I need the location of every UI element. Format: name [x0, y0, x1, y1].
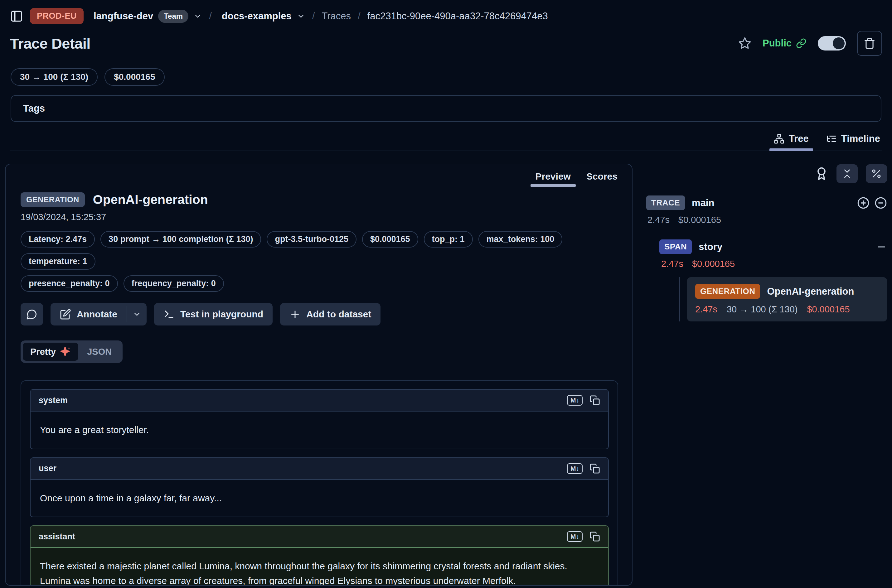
- copy-icon[interactable]: [589, 531, 600, 542]
- presence-penalty-badge: presence_penalty: 0: [21, 275, 118, 292]
- expand-all-icon[interactable]: [857, 197, 869, 209]
- format-json-segment[interactable]: JSON: [78, 343, 120, 361]
- tab-timeline-label: Timeline: [841, 133, 880, 144]
- markdown-toggle-icon[interactable]: M↓: [567, 395, 583, 406]
- tab-tree[interactable]: Tree: [774, 133, 809, 151]
- link-icon: [796, 38, 806, 49]
- cost-badge: $0.000165: [362, 231, 418, 248]
- environment-badge[interactable]: PROD-EU: [30, 8, 84, 24]
- message-content: You are a great storyteller.: [30, 411, 608, 448]
- tab-preview[interactable]: Preview: [536, 171, 571, 187]
- message-header-icons: M↓: [567, 531, 600, 542]
- message-header-icons: M↓: [567, 463, 600, 474]
- trace-cost: $0.000165: [678, 215, 721, 225]
- show-percentages-button[interactable]: [866, 164, 887, 183]
- latency-badge: Latency: 2.47s: [21, 231, 95, 248]
- chevron-down-icon[interactable]: [297, 12, 305, 21]
- model-badge[interactable]: gpt-3.5-turbo-0125: [267, 231, 356, 248]
- message-paragraph: Once upon a time in a galaxy far, far aw…: [40, 491, 599, 506]
- award-icon[interactable]: [815, 167, 828, 180]
- generation-cost: $0.000165: [807, 304, 850, 315]
- breadcrumb-separator: /: [312, 10, 315, 22]
- frequency-penalty-badge: frequency_penalty: 0: [123, 275, 224, 292]
- annotate-dropdown-button[interactable]: [127, 303, 147, 326]
- minus-icon[interactable]: [876, 241, 887, 252]
- tab-tree-label: Tree: [789, 133, 809, 144]
- message-paragraph: You are a great storyteller.: [40, 423, 599, 437]
- trace-latency: 2.47s: [647, 215, 670, 225]
- observation-header: GENERATION OpenAI-generation: [21, 192, 618, 207]
- collapse-node-icon[interactable]: [874, 197, 887, 209]
- annotate-label: Annotate: [77, 309, 117, 320]
- span-node[interactable]: SPAN story 2.47s $0.000165 GENERATION: [659, 240, 887, 321]
- playground-label: Test in playground: [180, 309, 263, 320]
- trace-tree-panel: TRACE main 2.47s $0.000165 SPAN story: [646, 164, 887, 586]
- badge-row-2: presence_penalty: 0 frequency_penalty: 0: [21, 275, 618, 292]
- generation-node-selected[interactable]: GENERATION OpenAI-generation 2.47s 30 → …: [687, 277, 887, 321]
- star-icon[interactable]: [738, 37, 751, 50]
- title-row: Trace Detail Public: [10, 31, 882, 56]
- tree-toolbar: [646, 164, 887, 183]
- tab-scores[interactable]: Scores: [586, 171, 617, 187]
- span-name: story: [698, 241, 722, 252]
- breadcrumb-org[interactable]: langfuse-dev Team: [93, 10, 202, 23]
- comment-icon: [26, 309, 38, 320]
- public-share-link[interactable]: Public: [763, 38, 806, 49]
- copy-icon[interactable]: [589, 395, 600, 406]
- plus-icon: [290, 309, 301, 320]
- badge-row-1: Latency: 2.47s 30 prompt → 100 completio…: [21, 231, 618, 270]
- markdown-toggle-icon[interactable]: M↓: [567, 531, 583, 542]
- breadcrumb-separator: /: [358, 10, 360, 22]
- trace-badge: TRACE: [646, 195, 685, 210]
- public-label: Public: [763, 38, 791, 49]
- tags-label: Tags: [23, 103, 45, 114]
- comment-button[interactable]: [21, 303, 43, 326]
- observation-timestamp: 19/03/2024, 15:25:37: [21, 212, 618, 222]
- breadcrumb-traces-link[interactable]: Traces: [321, 10, 351, 22]
- chevron-down-icon[interactable]: [194, 12, 202, 21]
- message-paragraph: There existed a majestic planet called L…: [40, 559, 599, 586]
- annotate-split-button: Annotate: [51, 303, 147, 326]
- project-name: docs-examples: [222, 10, 291, 22]
- copy-icon[interactable]: [589, 463, 600, 474]
- tags-box[interactable]: Tags: [11, 95, 881, 122]
- annotate-button[interactable]: Annotate: [51, 303, 127, 326]
- temperature-badge: temperature: 1: [21, 253, 95, 270]
- format-pretty-segment[interactable]: Pretty: [23, 343, 78, 361]
- tab-timeline[interactable]: Timeline: [826, 133, 880, 151]
- org-plan-badge: Team: [158, 10, 188, 23]
- sparkles-icon: [60, 346, 71, 357]
- markdown-toggle-icon[interactable]: M↓: [567, 463, 583, 474]
- test-in-playground-button[interactable]: Test in playground: [154, 303, 273, 326]
- message-header: system M↓: [30, 390, 608, 411]
- sidebar-toggle-icon[interactable]: [10, 10, 23, 23]
- trace-summary-badges: 30 → 100 (Σ 130) $0.000165: [10, 68, 882, 86]
- org-name: langfuse-dev: [93, 10, 153, 22]
- add-to-dataset-label: Add to dataset: [306, 309, 371, 320]
- panel-tabs: Preview Scores: [6, 164, 632, 187]
- tokens-badge: 30 prompt → 100 completion (Σ 130): [101, 231, 261, 248]
- tree-icon: [774, 134, 784, 144]
- trace-tree: TRACE main 2.47s $0.000165 SPAN story: [646, 195, 887, 321]
- trace-name: main: [692, 197, 714, 208]
- generation-tokens: 30 → 100 (Σ 130): [727, 304, 798, 315]
- max-tokens-badge: max_tokens: 100: [478, 231, 563, 248]
- span-metrics: 2.47s $0.000165: [661, 259, 887, 269]
- generation-metrics: 2.47s 30 → 100 (Σ 130) $0.000165: [695, 304, 879, 315]
- message-assistant: assistant M↓ There existed a majestic pl…: [30, 525, 609, 586]
- message-content: Once upon a time in a galaxy far, far aw…: [30, 480, 608, 517]
- generation-latency: 2.47s: [695, 304, 717, 315]
- message-header-icons: M↓: [567, 395, 600, 406]
- collapse-all-button[interactable]: [836, 164, 858, 183]
- add-to-dataset-button[interactable]: Add to dataset: [280, 303, 380, 326]
- message-content: There existed a majestic planet called L…: [30, 548, 608, 586]
- span-badge: SPAN: [659, 240, 692, 254]
- breadcrumb-project[interactable]: docs-examples: [222, 10, 305, 22]
- trace-node[interactable]: TRACE main: [646, 195, 887, 210]
- breadcrumb: PROD-EU langfuse-dev Team / docs-example…: [10, 8, 882, 24]
- public-toggle[interactable]: [818, 36, 846, 51]
- delete-trace-button[interactable]: [857, 31, 882, 56]
- page-title: Trace Detail: [10, 35, 90, 52]
- observation-actions: Annotate Test in playground Add to datas…: [21, 303, 618, 326]
- chevrons-collapse-icon: [841, 168, 853, 179]
